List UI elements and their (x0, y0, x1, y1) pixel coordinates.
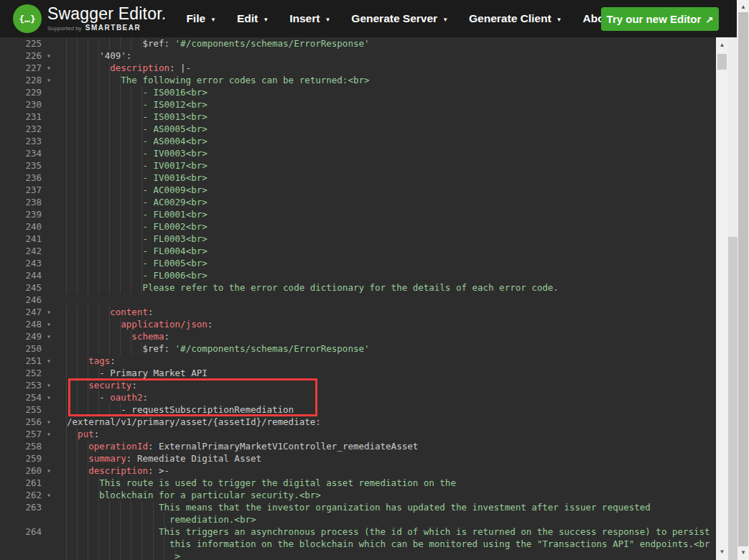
fold-arrow-icon[interactable]: ▾ (42, 416, 56, 428)
fold-arrow-icon[interactable]: ▾ (42, 318, 56, 330)
scroll-up-icon[interactable]: ▲ (716, 40, 728, 50)
fold-arrow-icon[interactable]: ▾ (42, 489, 56, 501)
code-row[interactable]: 230 - IS0012<br> (0, 98, 716, 111)
code-row[interactable]: > (0, 550, 716, 560)
menu-insert[interactable]: Insert▼ (289, 12, 330, 25)
code-row[interactable]: 259 summary: Remediate Digital Asset (0, 452, 716, 465)
code-row[interactable]: 235 - IV0017<br> (0, 159, 716, 172)
pane-scrollbar-thumb[interactable] (728, 237, 738, 560)
fold-arrow-icon[interactable]: ▾ (42, 391, 56, 403)
code-row[interactable]: 245 Please refer to the error code dicti… (0, 281, 716, 294)
code-row[interactable]: 263 This means that the investor organiz… (0, 501, 716, 513)
fold-arrow-icon[interactable]: ▾ (42, 62, 56, 74)
app-title: Swagger Editor. (47, 6, 166, 22)
code-row[interactable]: 225 $ref: '#/components/schemas/ErrorRes… (0, 37, 716, 50)
code-row[interactable]: 228▾ The following error codes can be re… (0, 74, 716, 86)
fold-arrow-icon[interactable]: ▾ (42, 379, 56, 391)
code-row[interactable]: 232 - AS0005<br> (0, 123, 716, 135)
fold-arrow-icon[interactable]: ▾ (42, 306, 56, 318)
code-row[interactable]: 257▾ put: (0, 428, 716, 440)
menu-file[interactable]: File▼ (186, 12, 216, 25)
code-row[interactable]: 237 - AC0009<br> (0, 184, 716, 196)
chevron-down-icon: ▼ (263, 17, 269, 23)
code-row[interactable]: 252 - Primary Market API (0, 367, 716, 379)
code-row[interactable]: 251▾ tags: (0, 355, 716, 367)
fold-spacer (42, 550, 56, 560)
fold-arrow-icon[interactable]: ▾ (42, 50, 56, 62)
code-row[interactable]: 249▾ schema: (0, 330, 716, 342)
fold-spacer (42, 342, 56, 355)
code-lines[interactable]: 225 $ref: '#/components/schemas/ErrorRes… (0, 37, 716, 560)
line-number: 264 (0, 526, 42, 538)
swagger-editor-window: {…} Swagger Editor. Supported by SMARTBE… (0, 0, 749, 560)
code-row[interactable]: 264 This triggers an asynchronous proces… (0, 526, 716, 538)
scroll-down-icon[interactable]: ▼ (716, 547, 728, 557)
code-row[interactable]: 242 - FL0004<br> (0, 245, 716, 257)
code-row[interactable]: remediation.<br> (0, 513, 716, 526)
code-row[interactable]: 246 (0, 294, 716, 306)
code-row[interactable]: 240 - FL0002<br> (0, 220, 716, 233)
code-row[interactable]: 229 - IS0016<br> (0, 86, 716, 98)
code-row[interactable]: 231 - IS0013<br> (0, 111, 716, 123)
code-row[interactable]: 260▾ description: >- (0, 465, 716, 477)
fold-arrow-icon[interactable]: ▾ (42, 465, 56, 477)
scroll-up-icon[interactable]: ▲ (738, 2, 749, 12)
editor-scrollbar-thumb[interactable] (717, 54, 727, 70)
code-row[interactable]: 236 - IV0016<br> (0, 172, 716, 184)
code-row[interactable]: 248▾ application/json: (0, 318, 716, 330)
code-row[interactable]: 241 - FL0003<br> (0, 233, 716, 245)
browser-scrollbar[interactable]: ▲ ▼ (738, 0, 749, 560)
code-text: /external/v1/primary/asset/{assetId}/rem… (56, 416, 321, 428)
line-number: 240 (0, 220, 42, 233)
line-number: 252 (0, 367, 42, 379)
code-text: This triggers an asynchronous process (t… (56, 526, 710, 538)
code-row[interactable]: 262▾ blockchain for a particular securit… (0, 489, 716, 501)
menu-generate-server[interactable]: Generate Server▼ (351, 12, 448, 25)
fold-arrow-icon[interactable]: ▾ (42, 330, 56, 342)
scroll-down-icon[interactable]: ▼ (738, 548, 749, 558)
code-row[interactable]: 226▾ '409': (0, 50, 716, 62)
editor-scrollbar[interactable]: ▲ ▼ (716, 37, 728, 560)
line-number: 245 (0, 281, 42, 294)
code-row[interactable]: 243 - FL0005<br> (0, 257, 716, 269)
fold-spacer (42, 513, 56, 526)
code-row[interactable]: 233 - AS0004<br> (0, 135, 716, 147)
code-row[interactable]: 244 - FL0006<br> (0, 269, 716, 281)
chevron-down-icon: ▼ (210, 17, 216, 23)
line-number: 257 (0, 428, 42, 440)
code-row[interactable]: 253▾ security: (0, 379, 716, 391)
fold-spacer (42, 37, 56, 50)
code-row[interactable]: 234 - IV0003<br> (0, 147, 716, 159)
fold-spacer (42, 452, 56, 465)
code-row[interactable]: 250 $ref: '#/components/schemas/ErrorRes… (0, 342, 716, 355)
fold-arrow-icon[interactable]: ▾ (42, 428, 56, 440)
code-row[interactable]: 258 operationId: ExternalPrimaryMarketV1… (0, 440, 716, 452)
fold-arrow-icon[interactable]: ▾ (42, 355, 56, 367)
pane-scrollbar[interactable] (728, 37, 738, 560)
code-row[interactable]: 255 - requestSubscriptionRemediation (0, 403, 716, 416)
code-row[interactable]: 256▾ /external/v1/primary/asset/{assetId… (0, 416, 716, 428)
code-row[interactable]: 239 - FL0001<br> (0, 208, 716, 220)
line-number: 241 (0, 233, 42, 245)
browser-scrollbar-thumb[interactable] (738, 12, 748, 546)
code-row[interactable]: 261 This route is used to trigger the di… (0, 477, 716, 489)
fold-arrow-icon[interactable]: ▾ (42, 74, 56, 86)
fold-spacer (42, 440, 56, 452)
menu-label: Edit (237, 12, 258, 24)
code-row[interactable]: 238 - AC0029<br> (0, 196, 716, 208)
code-row[interactable]: this information on the blockchain which… (0, 538, 716, 550)
code-editor[interactable]: 225 $ref: '#/components/schemas/ErrorRes… (0, 37, 716, 560)
code-row[interactable]: 227▾ description: |- (0, 62, 716, 74)
supported-by-label: Supported by (47, 25, 82, 32)
menu-edit[interactable]: Edit▼ (237, 12, 269, 25)
code-row[interactable]: 254▾ - oauth2: (0, 391, 716, 403)
code-text: - IS0016<br> (56, 86, 208, 98)
line-number: 237 (0, 184, 42, 196)
line-number: 236 (0, 172, 42, 184)
menu-generate-client[interactable]: Generate Client▼ (469, 12, 562, 25)
code-text: - IS0012<br> (56, 98, 208, 111)
try-new-editor-button[interactable]: Try our new Editor ↗ (601, 7, 719, 31)
code-row[interactable]: 247▾ content: (0, 306, 716, 318)
menu-label: Insert (289, 12, 320, 24)
code-text: - IV0017<br> (56, 159, 208, 172)
